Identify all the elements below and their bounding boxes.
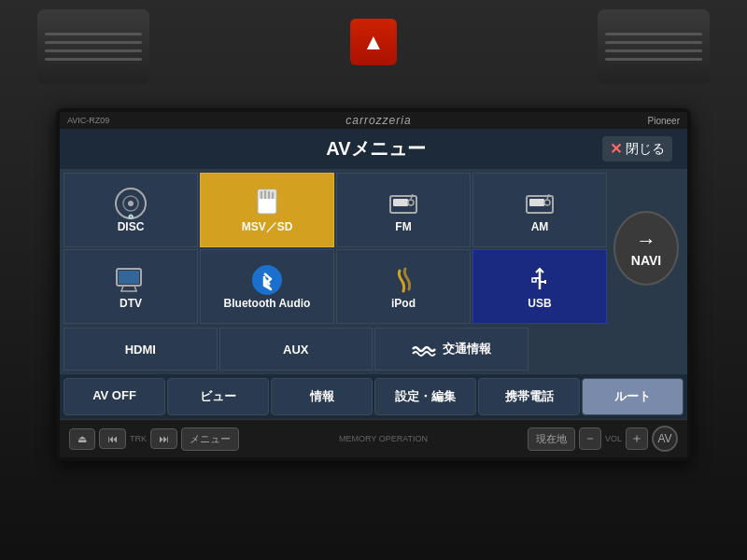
navi-button[interactable]: → NAVI: [613, 211, 679, 286]
physical-controls: ⏏ ⏮ TRK ⏭ メニュー MEMORY OPERATION 現在地 － VO…: [60, 419, 687, 457]
screen: AVメニュー ✕ 閉じる 💿: [60, 129, 687, 419]
menu-item-dtv[interactable]: DTV: [63, 249, 198, 324]
svg-point-16: [544, 200, 550, 205]
nav-view[interactable]: ビュー: [167, 378, 269, 415]
menu-item-hdmi[interactable]: HDMI: [63, 328, 218, 371]
ipod-label: iPod: [391, 297, 416, 310]
nav-avoff[interactable]: AV OFF: [63, 378, 165, 415]
navi-label: NAVI: [631, 253, 661, 268]
vol-label: VOL: [605, 434, 622, 443]
row3-navi-spacer: [530, 328, 684, 371]
bluetooth-icon: [250, 263, 284, 297]
close-x-icon: ✕: [610, 140, 622, 158]
msvsd-label: MSV／SD: [242, 219, 293, 235]
menu-item-am[interactable]: AM: [472, 173, 607, 247]
menu-item-msvsd[interactable]: MSV／SD: [200, 173, 334, 247]
trk-label: TRK: [130, 434, 147, 443]
bottom-nav: AV OFF ビュー 情報 設定・編集 携帯電話 ルート: [60, 374, 687, 419]
traffic-label: 交通情報: [443, 341, 491, 357]
menu-item-disc[interactable]: 💿 DISC: [63, 173, 198, 247]
hazard-button[interactable]: ▲: [350, 19, 397, 65]
disc-label: DISC: [118, 220, 145, 233]
am-label: AM: [531, 220, 549, 233]
current-location-button[interactable]: 現在地: [528, 427, 575, 451]
usb-label: USB: [528, 297, 551, 310]
svg-point-12: [408, 200, 414, 205]
hdmi-label: HDMI: [125, 343, 156, 357]
menu-item-bluetooth[interactable]: Bluetooth Audio: [200, 249, 334, 324]
disc-icon: 💿: [114, 187, 148, 220]
menu-item-aux[interactable]: AUX: [219, 328, 374, 371]
svg-point-23: [252, 265, 282, 295]
nav-info[interactable]: 情報: [271, 378, 373, 415]
menu-item-ipod[interactable]: iPod: [336, 249, 471, 324]
am-icon: [523, 187, 557, 220]
svg-rect-5: [258, 189, 276, 199]
usb-icon: [523, 263, 557, 297]
sd-icon: [250, 186, 284, 219]
svg-point-2: [128, 201, 134, 206]
vol-minus-button[interactable]: －: [579, 427, 601, 450]
row3-menu: HDMI AUX 交通情報: [60, 328, 687, 374]
prev-button[interactable]: ⏮: [99, 428, 126, 449]
dtv-icon: [114, 263, 148, 297]
aux-label: AUX: [283, 343, 308, 357]
svg-rect-27: [532, 278, 536, 282]
next-button[interactable]: ⏭: [150, 428, 177, 449]
top-vents-area: ▲: [0, 0, 747, 121]
right-vent: [598, 9, 710, 84]
nav-phone[interactable]: 携帯電話: [478, 378, 580, 415]
ipod-icon: [387, 263, 420, 297]
hazard-icon: ▲: [362, 29, 385, 55]
car-surround: ▲ AVIC-RZ09 carrozzeria Pioneer AVメニュー ✕: [0, 0, 747, 560]
close-button[interactable]: ✕ 閉じる: [602, 136, 672, 161]
nav-settings[interactable]: 設定・編集: [374, 378, 476, 415]
traffic-signal-icon: [411, 338, 437, 360]
menu-item-usb[interactable]: USB: [472, 249, 607, 324]
svg-rect-19: [119, 271, 139, 284]
fm-label: FM: [395, 220, 411, 233]
svg-rect-15: [529, 199, 544, 206]
menu-button[interactable]: メニュー: [181, 427, 239, 451]
vol-plus-button[interactable]: ＋: [626, 427, 648, 450]
bluetooth-label: Bluetooth Audio: [224, 297, 311, 310]
menu-item-fm[interactable]: FM: [336, 173, 471, 247]
screen-header: AVメニュー ✕ 閉じる: [60, 129, 687, 169]
menu-item-traffic[interactable]: 交通情報: [374, 328, 529, 371]
svg-line-13: [411, 194, 413, 199]
svg-line-17: [547, 194, 549, 199]
close-label: 閉じる: [626, 141, 665, 158]
nav-route[interactable]: ルート: [582, 378, 684, 415]
svg-text:💿: 💿: [128, 214, 134, 220]
dtv-label: DTV: [120, 297, 142, 310]
fm-icon: [387, 187, 420, 220]
head-unit: AVIC-RZ09 carrozzeria Pioneer AVメニュー ✕ 閉…: [56, 108, 691, 461]
left-vent: [37, 9, 149, 84]
svg-rect-11: [393, 199, 408, 206]
navi-arrow-icon: →: [636, 229, 656, 253]
eject-button[interactable]: ⏏: [69, 428, 95, 450]
screen-title: AVメニュー: [149, 136, 602, 161]
memory-label: MEMORY OPERATION: [339, 434, 428, 443]
av-button[interactable]: AV: [652, 426, 678, 452]
